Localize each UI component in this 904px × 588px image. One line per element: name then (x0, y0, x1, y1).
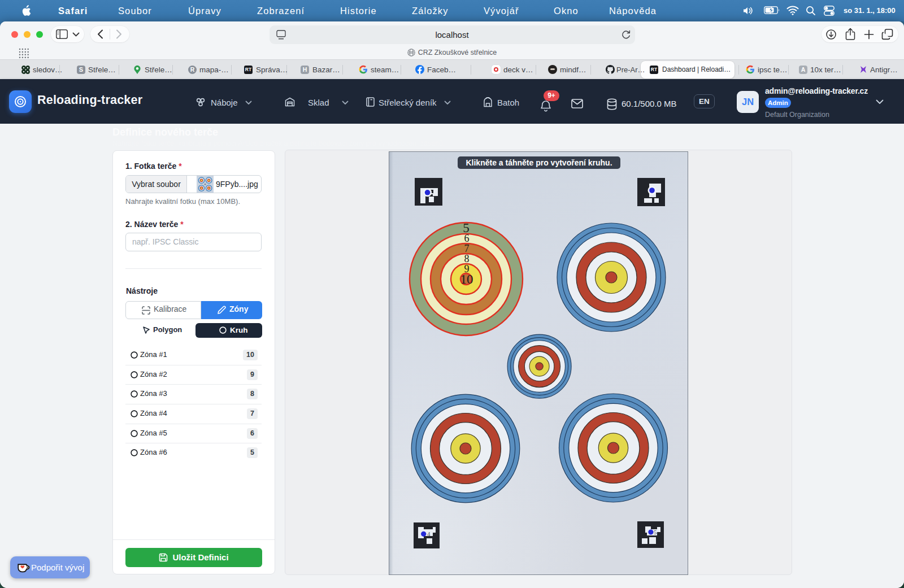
svg-text:5: 5 (654, 529, 657, 535)
svg-text:4: 4 (427, 530, 431, 537)
svg-text:6: 6 (464, 233, 470, 244)
svg-text:7: 7 (464, 243, 470, 254)
svg-text:10: 10 (460, 272, 473, 286)
svg-text:8: 8 (464, 253, 470, 264)
